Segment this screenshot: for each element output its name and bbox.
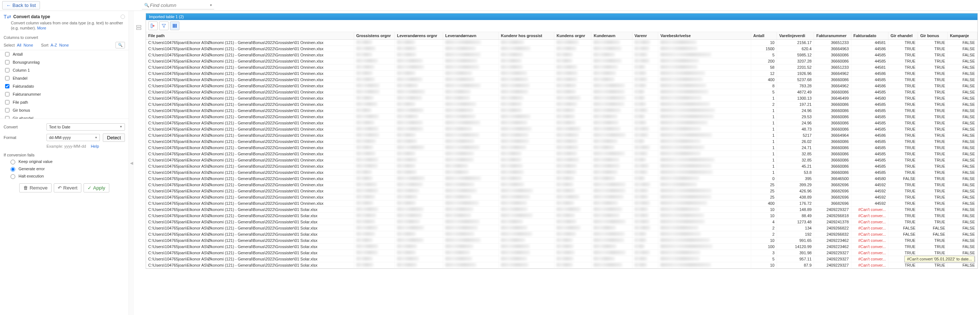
convert-combo[interactable]: Text to Date ▼ [46,123,125,131]
table-row[interactable]: C:\Users\104765joan\Elkonor AS\Økonomi (… [146,145,977,151]
table-header[interactable]: Kundens orgnr [554,32,591,40]
table-collapse-icon[interactable] [134,23,143,32]
table-header[interactable]: Antall [751,32,777,40]
table-row[interactable]: C:\Users\104765joan\Elkonor AS\Økonomi (… [146,244,977,250]
table-header[interactable]: Varebeskrivelse [658,32,751,40]
table-row[interactable]: C:\Users\104765joan\Elkonor AS\Økonomi (… [146,250,977,256]
table-row[interactable]: C:\Users\104765joan\Elkonor AS\Økonomi (… [146,126,977,133]
table-row[interactable]: C:\Users\104765joan\Elkonor AS\Økonomi (… [146,182,977,188]
column-checkbox[interactable] [5,116,10,119]
table-row[interactable]: C:\Users\104765joan\Elkonor AS\Økonomi (… [146,188,977,194]
table-header[interactable]: Kampanje [948,32,977,40]
table-row[interactable]: C:\Users\104765joan\Elkonor AS\Økonomi (… [146,219,977,225]
table-row[interactable]: C:\Users\104765joan\Elkonor AS\Økonomi (… [146,77,977,83]
table-row[interactable]: C:\Users\104765joan\Elkonor AS\Økonomi (… [146,108,977,114]
column-item[interactable]: Gir bonus [0,106,129,114]
table-row[interactable]: C:\Users\104765joan\Elkonor AS\Økonomi (… [146,200,977,206]
select-none-link[interactable]: None [24,43,33,47]
column-checkbox[interactable] [5,76,10,80]
table-row[interactable]: C:\Users\104765joan\Elkonor AS\Økonomi (… [146,238,977,244]
table-header[interactable]: Kundenavn [591,32,632,40]
table-row[interactable]: C:\Users\104765joan\Elkonor AS\Økonomi (… [146,151,977,157]
table-row[interactable]: C:\Users\104765joan\Elkonor AS\Økonomi (… [146,40,977,46]
revert-button[interactable]: ↶ Revert [54,183,81,192]
column-checkbox[interactable] [5,84,10,88]
sort-az-link[interactable]: A-Z [51,43,57,47]
help-link[interactable]: Help [91,144,99,149]
table-row[interactable]: C:\Users\104765joan\Elkonor AS\Økonomi (… [146,206,977,213]
column-checkbox[interactable] [5,60,10,64]
table-header[interactable]: Fakturanummer [814,32,851,40]
opt-error-radio[interactable] [11,167,15,172]
more-link[interactable]: More [37,26,46,30]
column-item[interactable]: Gir ehandel [0,114,129,119]
column-checkbox[interactable] [5,100,10,104]
table-row[interactable]: C:\Users\104765joan\Elkonor AS\Økonomi (… [146,139,977,145]
column-item[interactable]: Fakturanummer [0,90,129,98]
find-column-input[interactable] [149,2,207,8]
column-list[interactable]: AntallBonusgrunnlagColumn 1EhandelFaktur… [0,50,129,119]
table-row[interactable]: C:\Users\104765joan\Elkonor AS\Økonomi (… [146,157,977,163]
table-row[interactable]: C:\Users\104765joan\Elkonor AS\Økonomi (… [146,52,977,58]
grid-scroll[interactable]: File pathGrossistens orgnrLeverandørens … [146,32,977,269]
table-row[interactable]: C:\Users\104765joan\Elkonor AS\Økonomi (… [146,262,977,269]
column-checkbox[interactable] [5,52,10,56]
apply-button[interactable]: ✓ Apply [84,183,109,192]
column-search-button[interactable]: 🔍 [116,42,125,48]
table-header[interactable]: Fakturadato [851,32,888,40]
chevron-down-icon[interactable]: ▼ [210,4,213,7]
table-row[interactable]: C:\Users\104765joan\Elkonor AS\Økonomi (… [146,213,977,219]
sidebar-splitter[interactable]: ◀ [129,11,134,315]
filter-button[interactable] [159,21,169,30]
find-column-field[interactable]: 🔍 ▼ [142,1,214,10]
table-row[interactable]: C:\Users\104765joan\Elkonor AS\Økonomi (… [146,194,977,200]
table-row[interactable]: C:\Users\104765joan\Elkonor AS\Økonomi (… [146,95,977,101]
table-row[interactable]: C:\Users\104765joan\Elkonor AS\Økonomi (… [146,46,977,52]
table-header[interactable]: Grossistens orgnr [354,32,395,40]
table-row[interactable]: C:\Users\104765joan\Elkonor AS\Økonomi (… [146,101,977,108]
table-header[interactable]: Varenr [632,32,658,40]
table-header[interactable]: Leverandørens orgnr [395,32,443,40]
table-row[interactable]: C:\Users\104765joan\Elkonor AS\Økonomi (… [146,64,977,70]
table-row[interactable]: C:\Users\104765joan\Elkonor AS\Økonomi (… [146,176,977,182]
remove-button[interactable]: 🗑 Remove [19,183,52,192]
table-row[interactable]: C:\Users\104765joan\Elkonor AS\Økonomi (… [146,231,977,238]
table-row[interactable]: C:\Users\104765joan\Elkonor AS\Økonomi (… [146,83,977,89]
table-row[interactable]: C:\Users\104765joan\Elkonor AS\Økonomi (… [146,133,977,139]
table-row[interactable]: C:\Users\104765joan\Elkonor AS\Økonomi (… [146,169,977,176]
table-row[interactable]: C:\Users\104765joan\Elkonor AS\Økonomi (… [146,58,977,64]
table-row[interactable]: C:\Users\104765joan\Elkonor AS\Økonomi (… [146,225,977,231]
sort-none-link[interactable]: None [59,43,68,47]
format-combo[interactable]: dd-MM-yyyy ▼ [46,134,100,141]
table-row[interactable]: C:\Users\104765joan\Elkonor AS\Økonomi (… [146,89,977,95]
back-to-list-button[interactable]: ← Back to list [2,1,40,10]
column-checkbox[interactable] [5,68,10,72]
column-item[interactable]: Ehandel [0,74,129,82]
table-header[interactable]: Gir ehandel [888,32,918,40]
table-row[interactable]: C:\Users\104765joan\Elkonor AS\Økonomi (… [146,70,977,77]
table-row[interactable]: C:\Users\104765joan\Elkonor AS\Økonomi (… [146,163,977,169]
opt-halt-row[interactable]: Halt execution [0,173,129,180]
detect-button[interactable]: Detect [103,133,125,142]
select-columns-button[interactable] [170,21,180,30]
column-item[interactable]: Antall [0,50,129,58]
table-row[interactable]: C:\Users\104765joan\Elkonor AS\Økonomi (… [146,114,977,120]
table-header[interactable]: Gir bonus [918,32,948,40]
table-header[interactable]: Varelinjeverdi [777,32,814,40]
opt-keep-row[interactable]: Keep original value [0,158,129,165]
table-header[interactable]: Kundenr hos grossist [499,32,554,40]
column-checkbox[interactable] [5,108,10,112]
opt-keep-radio[interactable] [11,160,15,165]
opt-error-row[interactable]: Generate error [0,165,129,173]
table-row[interactable]: C:\Users\104765joan\Elkonor AS\Økonomi (… [146,256,977,262]
select-all-link[interactable]: All [17,43,21,47]
table-header[interactable]: File path [146,32,354,40]
add-column-button[interactable] [148,21,158,30]
column-item[interactable]: File path [0,98,129,106]
column-item[interactable]: Column 1 [0,66,129,74]
column-checkbox[interactable] [5,92,10,96]
table-header[interactable]: Leverandørnavn [443,32,498,40]
table-row[interactable]: C:\Users\104765joan\Elkonor AS\Økonomi (… [146,120,977,126]
opt-halt-radio[interactable] [11,174,15,179]
column-item[interactable]: Fakturadato [0,82,129,90]
